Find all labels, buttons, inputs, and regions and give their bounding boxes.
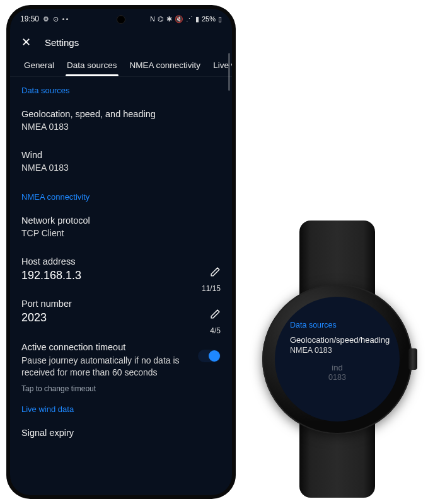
battery-text: 25% xyxy=(202,15,216,23)
section-header-live-wind: Live wind data xyxy=(10,396,232,420)
more-notifications-icon xyxy=(62,18,68,20)
phone-screen: 19:50 ⚙ ⊙ N ⌬ ✱ 🔇 ⋰ ▮ 25% ▯ ✕ Settings xyxy=(10,9,232,495)
setting-title-partial: ind xyxy=(290,362,385,374)
setting-title: Signal expiry xyxy=(21,427,221,439)
toggle-knob xyxy=(209,350,220,362)
battery-icon: ▯ xyxy=(218,15,222,23)
close-icon[interactable]: ✕ xyxy=(21,35,31,49)
setting-title: Host address xyxy=(21,255,221,268)
setting-title: Geolocation/speed/heading xyxy=(290,335,385,346)
setting-network-protocol[interactable]: Network protocol TCP Client xyxy=(10,208,232,249)
tab-data-sources[interactable]: Data sources xyxy=(61,53,124,76)
setting-geolocation[interactable]: Geolocation, speed, and heading NMEA 018… xyxy=(10,101,232,142)
setting-value: 192.168.1.3 xyxy=(21,269,221,282)
setting-title: Wind xyxy=(21,149,221,161)
tab-live-wind[interactable]: Live wir xyxy=(207,53,232,76)
page-title: Settings xyxy=(45,37,79,48)
bluetooth-icon: ⌬ xyxy=(158,15,164,23)
watch-case: Data sources Geolocation/speed/heading N… xyxy=(262,284,412,434)
gear-icon: ⚙ xyxy=(43,15,49,23)
setting-value: NMEA 0183 xyxy=(21,121,221,134)
tab-nmea-connectivity[interactable]: NMEA connectivity xyxy=(124,53,207,76)
watch-setting-geolocation[interactable]: Geolocation/speed/heading NMEA 0183 xyxy=(290,335,385,355)
wifi-icon: ⋰ xyxy=(186,15,193,23)
tab-general[interactable]: General xyxy=(18,53,61,76)
setting-signal-expiry[interactable]: Signal expiry xyxy=(10,420,232,440)
camera-notch xyxy=(117,15,125,24)
setting-title: Active connection timeout xyxy=(21,341,190,353)
notification-icon: ⊙ xyxy=(53,15,59,23)
char-counter: 4/5 xyxy=(210,326,221,335)
section-header-nmea: NMEA connectivity xyxy=(10,183,232,208)
setting-title: Network protocol xyxy=(21,214,221,227)
setting-hint: Tap to change timeout xyxy=(21,384,190,393)
watch-screen[interactable]: Data sources Geolocation/speed/heading N… xyxy=(275,297,400,421)
watch-crown[interactable] xyxy=(408,348,417,370)
setting-value: NMEA 0183 xyxy=(21,162,221,175)
phone-frame: 19:50 ⚙ ⊙ N ⌬ ✱ 🔇 ⋰ ▮ 25% ▯ ✕ Settings xyxy=(6,5,236,499)
watch-section-header-data-sources: Data sources xyxy=(290,321,385,329)
bluetooth-connected-icon: ✱ xyxy=(166,15,172,23)
toggle-switch[interactable] xyxy=(198,350,221,362)
setting-value: 2023 xyxy=(21,311,221,324)
setting-port-number[interactable]: Port number 2023 4/5 xyxy=(10,291,232,333)
setting-title: Port number xyxy=(21,297,221,310)
watch-frame: Data sources Geolocation/speed/heading N… xyxy=(252,220,422,498)
setting-value: TCP Client xyxy=(21,227,221,240)
status-time: 19:50 xyxy=(20,14,39,23)
section-header-data-sources: Data sources xyxy=(10,77,232,101)
watch-setting-wind[interactable]: ind 0183 xyxy=(290,362,385,382)
setting-description: Pause journey automatically if no data i… xyxy=(21,355,190,379)
edit-icon[interactable] xyxy=(210,309,221,322)
app-bar: ✕ Settings xyxy=(10,29,232,53)
edit-icon[interactable] xyxy=(210,266,221,280)
setting-value: NMEA 0183 xyxy=(290,346,385,355)
setting-title: Geolocation, speed, and heading xyxy=(21,108,221,120)
setting-wind[interactable]: Wind NMEA 0183 xyxy=(10,142,232,183)
setting-active-timeout[interactable]: Active connection timeout Pause journey … xyxy=(10,333,232,395)
nfc-icon: N xyxy=(150,15,155,23)
mute-icon: 🔇 xyxy=(175,15,183,23)
setting-value-partial: 0183 xyxy=(290,373,385,382)
signal-icon: ▮ xyxy=(195,15,199,23)
setting-host-address[interactable]: Host address 192.168.1.3 11/15 xyxy=(10,249,232,291)
tab-bar: General Data sources NMEA connectivity L… xyxy=(10,53,232,77)
